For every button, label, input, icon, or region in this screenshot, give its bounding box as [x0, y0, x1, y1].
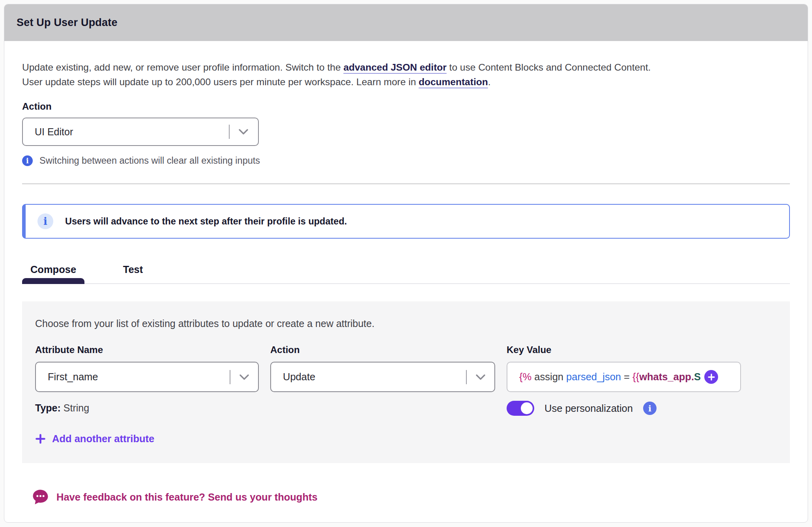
- action-switch-note: i Switching between actions will clear a…: [22, 155, 790, 166]
- documentation-link[interactable]: documentation: [419, 77, 488, 87]
- liquid-token: assign: [534, 371, 566, 382]
- chevron-down-icon: [239, 374, 249, 380]
- chevron-down-icon: [475, 374, 486, 380]
- attribute-action-label: Action: [270, 344, 495, 355]
- attribute-action-value: Update: [283, 371, 315, 383]
- intro-text-3: User update steps will update up to 200,…: [22, 77, 419, 87]
- page-title: Set Up User Update: [17, 17, 118, 29]
- banner-info-icon: i: [37, 213, 53, 229]
- note-text: Switching between actions will clear all…: [39, 155, 260, 166]
- attribute-action-select[interactable]: Update: [270, 362, 495, 392]
- card-header: Set Up User Update: [4, 4, 808, 41]
- compose-panel: Choose from your list of existing attrib…: [22, 301, 790, 463]
- action-select-value: UI Editor: [35, 126, 73, 138]
- add-attribute-button[interactable]: Add another attribute: [35, 433, 154, 445]
- intro-text-1: Update existing, add new, or remove user…: [22, 62, 343, 73]
- feedback-text: Have feedback on this feature? Send us y…: [56, 491, 318, 503]
- liquid-token: {%: [519, 371, 534, 382]
- liquid-code: {% assign parsed_json = {{whats_app.S: [519, 371, 703, 383]
- feedback-link[interactable]: Have feedback on this feature? Send us y…: [32, 489, 318, 505]
- banner-text: Users will advance to the next step afte…: [65, 216, 347, 227]
- key-value-label: Key Value: [507, 344, 741, 355]
- select-divider: [466, 370, 467, 384]
- tab-compose[interactable]: Compose: [22, 264, 84, 283]
- personalization-row: Use personalization i: [507, 401, 741, 416]
- use-personalization-toggle[interactable]: [507, 401, 534, 416]
- chevron-down-icon: [238, 129, 249, 135]
- card-body: Update existing, add new, or remove user…: [4, 41, 808, 506]
- attribute-name-value: First_name: [48, 371, 98, 383]
- section-divider: [22, 183, 790, 184]
- action-select[interactable]: UI Editor: [22, 118, 259, 146]
- attribute-name-select[interactable]: First_name: [35, 362, 259, 392]
- key-value-field: Key Value {% assign parsed_json = {{what…: [507, 344, 741, 416]
- intro-line-1: Update existing, add new, or remove user…: [22, 60, 790, 75]
- tab-test[interactable]: Test: [111, 264, 155, 283]
- type-value-text: String: [64, 402, 89, 413]
- type-label: Type:: [35, 402, 61, 413]
- liquid-token: whats_app.: [639, 371, 694, 382]
- intro-line-2: User update steps will update up to 200,…: [22, 75, 790, 89]
- add-attribute-label: Add another attribute: [52, 433, 154, 445]
- liquid-token: parsed_json: [566, 371, 621, 382]
- info-banner: i Users will advance to the next step af…: [22, 204, 790, 239]
- bubble-shape: [33, 490, 48, 505]
- chat-bubble-icon: [32, 489, 49, 505]
- tab-test-label: Test: [123, 264, 143, 275]
- attribute-row: Attribute Name First_name Type: String: [35, 344, 777, 416]
- attribute-name-field: Attribute Name First_name Type: String: [35, 344, 259, 416]
- tab-bar: Compose Test: [22, 264, 790, 284]
- attribute-name-label: Attribute Name: [35, 344, 259, 355]
- attribute-action-field: Action Update: [270, 344, 495, 416]
- instruction-text: Choose from your list of existing attrib…: [35, 318, 777, 329]
- select-divider: [230, 370, 230, 384]
- page: { "window": { "title": "Set Up User Upda…: [0, 0, 812, 527]
- advanced-json-editor-link[interactable]: advanced JSON editor: [343, 62, 446, 73]
- select-divider: [229, 125, 230, 139]
- intro-text-4: .: [488, 77, 491, 87]
- add-personalization-button[interactable]: [704, 370, 718, 384]
- intro-paragraph: Update existing, add new, or remove user…: [22, 60, 790, 89]
- liquid-token: {{: [632, 371, 639, 382]
- liquid-token: =: [621, 371, 632, 382]
- personalization-label: Use personalization: [544, 403, 633, 414]
- key-value-input[interactable]: {% assign parsed_json = {{whats_app.S: [507, 362, 741, 392]
- setup-card: Set Up User Update Update existing, add …: [4, 4, 808, 523]
- tab-compose-label: Compose: [30, 264, 76, 275]
- action-label: Action: [22, 101, 790, 112]
- intro-text-2: to use Content Blocks and Connected Cont…: [447, 62, 651, 73]
- active-tab-indicator: [22, 278, 84, 284]
- plus-icon: [35, 434, 46, 444]
- info-icon: i: [22, 155, 33, 166]
- attribute-type: Type: String: [35, 402, 259, 414]
- toggle-knob: [521, 402, 533, 414]
- liquid-token: S: [694, 371, 701, 382]
- personalization-info-icon[interactable]: i: [643, 402, 657, 415]
